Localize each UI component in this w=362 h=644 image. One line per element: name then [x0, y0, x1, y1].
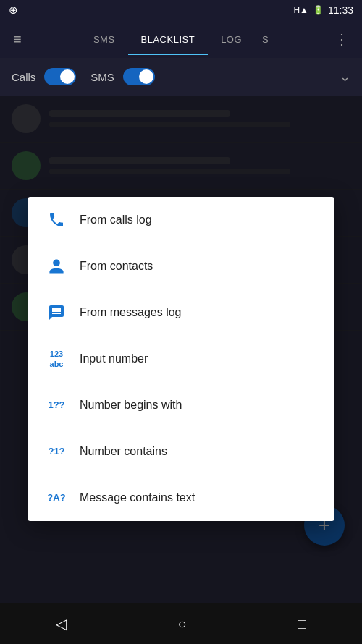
- person-icon: [42, 258, 71, 275]
- menu-item-contacts-label: From contacts: [80, 260, 153, 273]
- menu-item-number-contains[interactable]: ?1? Number contains: [28, 428, 334, 475]
- menu-item-calls-log-label: From calls log: [80, 213, 152, 226]
- message-icon: [42, 304, 71, 321]
- menu-item-message-text-label: Message contains text: [80, 491, 195, 504]
- calls-toggle[interactable]: [44, 68, 76, 85]
- shield-status-icon: ⊕: [9, 4, 18, 17]
- status-bar-right: H▲ 🔋 11:33: [293, 4, 353, 16]
- recent-apps-button[interactable]: □: [280, 610, 324, 638]
- tab-sms[interactable]: SMS: [80, 24, 128, 55]
- menu-item-messages-log-label: From messages log: [80, 306, 182, 319]
- calls-toggle-knob: [60, 69, 75, 84]
- message-text-icon: ?A?: [42, 492, 71, 504]
- popup-menu: From calls log From contacts From messag…: [28, 197, 334, 521]
- menu-item-number-begins-label: Number begins with: [80, 399, 182, 412]
- menu-item-number-begins[interactable]: 1?? Number begins with: [28, 382, 334, 428]
- menu-item-message-text[interactable]: ?A? Message contains text: [28, 475, 334, 521]
- sms-toggle-label: SMS: [90, 71, 114, 83]
- nav-tabs: SMS BLACKLIST LOG S: [28, 24, 329, 55]
- input-number-icon: 123abc: [42, 349, 71, 370]
- toggle-row: Calls SMS ⌄: [0, 58, 362, 96]
- menu-item-messages-log[interactable]: From messages log: [28, 289, 334, 336]
- menu-item-number-contains-label: Number contains: [80, 445, 167, 458]
- clock: 11:33: [328, 4, 353, 16]
- sms-toggle-knob: [139, 69, 153, 84]
- number-contains-icon: ?1?: [42, 446, 71, 457]
- home-button[interactable]: ○: [160, 610, 203, 638]
- back-button[interactable]: ◁: [38, 609, 84, 638]
- status-bar: ⊕ H▲ 🔋 11:33: [0, 0, 362, 20]
- menu-item-contacts[interactable]: From contacts: [28, 243, 334, 289]
- calls-toggle-label: Calls: [12, 71, 35, 83]
- background-list-area: From calls log From contacts From messag…: [0, 96, 362, 603]
- menu-item-input-number[interactable]: 123abc Input number: [28, 336, 334, 382]
- tab-log[interactable]: LOG: [208, 24, 255, 55]
- phone-icon: [42, 211, 71, 229]
- top-nav: ≡ SMS BLACKLIST LOG S ⋮: [0, 20, 362, 58]
- menu-item-calls-log[interactable]: From calls log: [28, 197, 334, 243]
- more-options-icon[interactable]: ⋮: [329, 25, 355, 54]
- bottom-nav: ◁ ○ □: [0, 603, 362, 644]
- dropdown-arrow-icon[interactable]: ⌄: [340, 69, 350, 85]
- number-begins-icon: 1??: [42, 399, 71, 411]
- status-bar-left: ⊕: [9, 4, 18, 17]
- battery-icon: 🔋: [313, 5, 324, 15]
- hamburger-menu-icon[interactable]: ≡: [7, 25, 28, 54]
- tab-blacklist[interactable]: BLACKLIST: [128, 24, 209, 55]
- signal-icon: H▲: [293, 5, 308, 15]
- tab-s[interactable]: S: [255, 24, 276, 55]
- menu-item-input-number-label: Input number: [80, 352, 148, 365]
- sms-toggle[interactable]: [123, 68, 155, 85]
